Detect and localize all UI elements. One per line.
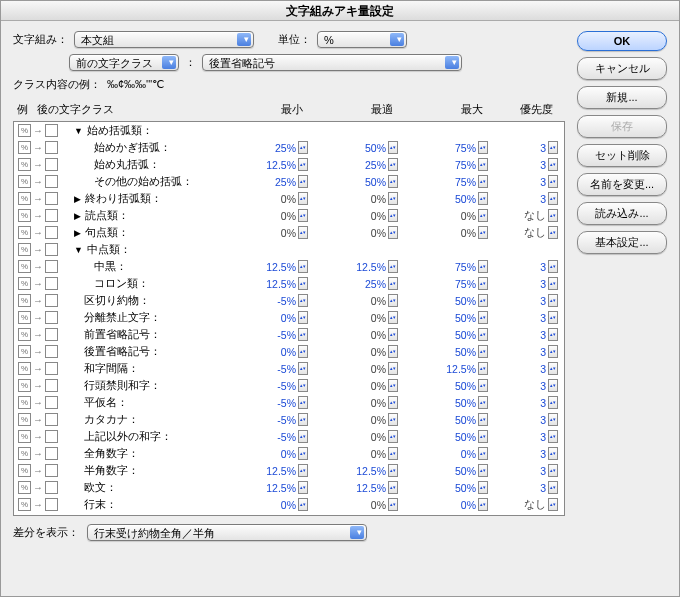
value-cell[interactable]: なし▴▾ [494, 226, 564, 240]
rename-button[interactable]: 名前を変更... [577, 173, 667, 196]
mojikumi-select[interactable]: 本文組 [74, 31, 254, 48]
stepper-icon[interactable]: ▴▾ [388, 430, 398, 443]
stepper-icon[interactable]: ▴▾ [388, 498, 398, 511]
stepper-icon[interactable]: ▴▾ [548, 277, 558, 290]
stepper-icon[interactable]: ▴▾ [548, 396, 558, 409]
stepper-icon[interactable]: ▴▾ [548, 328, 558, 341]
value-cell[interactable]: 50%▴▾ [404, 328, 494, 341]
stepper-icon[interactable]: ▴▾ [298, 481, 308, 494]
value-cell[interactable]: 3▴▾ [494, 464, 564, 477]
stepper-icon[interactable]: ▴▾ [388, 379, 398, 392]
value-cell[interactable]: 50%▴▾ [314, 175, 404, 188]
value-cell[interactable]: 3▴▾ [494, 141, 564, 154]
value-cell[interactable]: 0%▴▾ [404, 209, 494, 222]
value-cell[interactable]: 3▴▾ [494, 430, 564, 443]
value-cell[interactable]: 50%▴▾ [404, 345, 494, 358]
new-button[interactable]: 新規... [577, 86, 667, 109]
value-cell[interactable]: 50%▴▾ [404, 311, 494, 324]
stepper-icon[interactable]: ▴▾ [478, 277, 488, 290]
value-cell[interactable]: 0%▴▾ [314, 515, 404, 516]
value-cell[interactable]: 0%▴▾ [314, 209, 404, 222]
save-button[interactable]: 保存 [577, 115, 667, 138]
stepper-icon[interactable]: ▴▾ [548, 226, 558, 239]
value-cell[interactable]: 75%▴▾ [404, 277, 494, 290]
stepper-icon[interactable]: ▴▾ [548, 379, 558, 392]
stepper-icon[interactable]: ▴▾ [478, 328, 488, 341]
value-cell[interactable]: 0%▴▾ [224, 192, 314, 205]
value-cell[interactable]: 3▴▾ [494, 481, 564, 494]
value-cell[interactable]: 3▴▾ [494, 277, 564, 290]
stepper-icon[interactable]: ▴▾ [388, 396, 398, 409]
value-cell[interactable]: -5%▴▾ [224, 294, 314, 307]
value-cell[interactable]: 0%▴▾ [314, 498, 404, 511]
stepper-icon[interactable]: ▴▾ [298, 328, 308, 341]
value-cell[interactable]: 50%▴▾ [404, 379, 494, 392]
value-cell[interactable]: 0%▴▾ [404, 515, 494, 516]
value-cell[interactable]: なし▴▾ [494, 515, 564, 517]
value-cell[interactable]: 50%▴▾ [404, 294, 494, 307]
stepper-icon[interactable]: ▴▾ [388, 141, 398, 154]
value-cell[interactable]: 0%▴▾ [224, 447, 314, 460]
value-cell[interactable]: -5%▴▾ [224, 379, 314, 392]
stepper-icon[interactable]: ▴▾ [478, 158, 488, 171]
stepper-icon[interactable]: ▴▾ [388, 464, 398, 477]
delete-set-button[interactable]: セット削除 [577, 144, 667, 167]
stepper-icon[interactable]: ▴▾ [388, 175, 398, 188]
stepper-icon[interactable]: ▴▾ [298, 362, 308, 375]
value-cell[interactable]: 3▴▾ [494, 260, 564, 273]
stepper-icon[interactable]: ▴▾ [548, 430, 558, 443]
stepper-icon[interactable]: ▴▾ [298, 175, 308, 188]
stepper-icon[interactable]: ▴▾ [388, 209, 398, 222]
stepper-icon[interactable]: ▴▾ [388, 277, 398, 290]
stepper-icon[interactable]: ▴▾ [548, 260, 558, 273]
stepper-icon[interactable]: ▴▾ [388, 294, 398, 307]
stepper-icon[interactable]: ▴▾ [478, 464, 488, 477]
stepper-icon[interactable]: ▴▾ [298, 158, 308, 171]
value-cell[interactable]: 75%▴▾ [404, 141, 494, 154]
value-cell[interactable]: 25%▴▾ [224, 141, 314, 154]
value-cell[interactable]: 50%▴▾ [404, 481, 494, 494]
stepper-icon[interactable]: ▴▾ [548, 464, 558, 477]
stepper-icon[interactable]: ▴▾ [298, 396, 308, 409]
disclosure-triangle-icon[interactable]: ▶ [74, 211, 81, 221]
value-cell[interactable]: -5%▴▾ [224, 413, 314, 426]
stepper-icon[interactable]: ▴▾ [478, 396, 488, 409]
stepper-icon[interactable]: ▴▾ [548, 311, 558, 324]
stepper-icon[interactable]: ▴▾ [478, 447, 488, 460]
stepper-icon[interactable]: ▴▾ [478, 226, 488, 239]
stepper-icon[interactable]: ▴▾ [548, 515, 558, 516]
value-cell[interactable]: 12.5%▴▾ [224, 464, 314, 477]
stepper-icon[interactable]: ▴▾ [478, 345, 488, 358]
stepper-icon[interactable]: ▴▾ [298, 260, 308, 273]
basic-settings-button[interactable]: 基本設定... [577, 231, 667, 254]
stepper-icon[interactable]: ▴▾ [388, 260, 398, 273]
stepper-icon[interactable]: ▴▾ [548, 141, 558, 154]
stepper-icon[interactable]: ▴▾ [548, 209, 558, 222]
stepper-icon[interactable]: ▴▾ [548, 362, 558, 375]
stepper-icon[interactable]: ▴▾ [478, 192, 488, 205]
value-cell[interactable]: 3▴▾ [494, 192, 564, 205]
value-cell[interactable]: 3▴▾ [494, 447, 564, 460]
stepper-icon[interactable]: ▴▾ [388, 345, 398, 358]
value-cell[interactable]: 3▴▾ [494, 294, 564, 307]
stepper-icon[interactable]: ▴▾ [478, 175, 488, 188]
value-cell[interactable]: 3▴▾ [494, 396, 564, 409]
stepper-icon[interactable]: ▴▾ [298, 277, 308, 290]
value-cell[interactable]: 12.5%▴▾ [224, 260, 314, 273]
stepper-icon[interactable]: ▴▾ [548, 158, 558, 171]
value-cell[interactable]: 0%▴▾ [314, 430, 404, 443]
value-cell[interactable]: 3▴▾ [494, 362, 564, 375]
stepper-icon[interactable]: ▴▾ [548, 498, 558, 511]
stepper-icon[interactable]: ▴▾ [548, 413, 558, 426]
stepper-icon[interactable]: ▴▾ [298, 209, 308, 222]
value-cell[interactable]: 50%▴▾ [404, 430, 494, 443]
value-cell[interactable]: -5%▴▾ [224, 328, 314, 341]
stepper-icon[interactable]: ▴▾ [478, 311, 488, 324]
diff-select[interactable]: 行末受け約物全角／半角 [87, 524, 367, 541]
value-cell[interactable]: 50%▴▾ [314, 141, 404, 154]
stepper-icon[interactable]: ▴▾ [298, 515, 308, 516]
stepper-icon[interactable]: ▴▾ [388, 447, 398, 460]
stepper-icon[interactable]: ▴▾ [298, 311, 308, 324]
stepper-icon[interactable]: ▴▾ [478, 260, 488, 273]
value-cell[interactable]: 25%▴▾ [314, 158, 404, 171]
